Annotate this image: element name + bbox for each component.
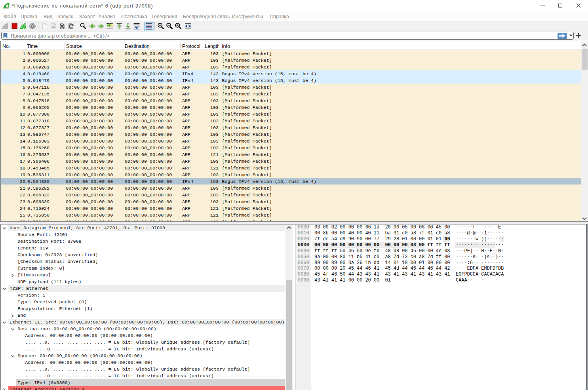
svg-text:010: 010	[52, 26, 55, 28]
